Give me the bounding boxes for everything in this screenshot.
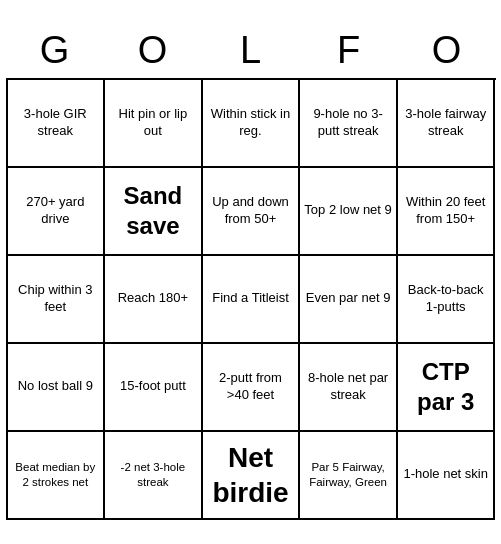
cell-r4-c2: Net birdie	[203, 432, 301, 520]
title-letter-o2: O	[402, 29, 492, 72]
cell-r1-c3: Top 2 low net 9	[300, 168, 398, 256]
cell-r2-c4: Back-to-back 1-putts	[398, 256, 496, 344]
cell-r0-c2: Within stick in reg.	[203, 80, 301, 168]
cell-r0-c3: 9-hole no 3-putt streak	[300, 80, 398, 168]
cell-r2-c3: Even par net 9	[300, 256, 398, 344]
cell-r0-c1: Hit pin or lip out	[105, 80, 203, 168]
bingo-title: G O L F O	[6, 25, 496, 78]
cell-r4-c4: 1-hole net skin	[398, 432, 496, 520]
cell-r1-c4: Within 20 feet from 150+	[398, 168, 496, 256]
cell-r4-c1: -2 net 3-hole streak	[105, 432, 203, 520]
bingo-card: G O L F O 3-hole GIR streakHit pin or li…	[6, 25, 496, 520]
cell-r3-c2: 2-putt from >40 feet	[203, 344, 301, 432]
title-letter-o1: O	[108, 29, 198, 72]
title-letter-f: F	[304, 29, 394, 72]
cell-r2-c1: Reach 180+	[105, 256, 203, 344]
title-letter-g: G	[10, 29, 100, 72]
cell-r1-c0: 270+ yard drive	[8, 168, 106, 256]
cell-r4-c0: Beat median by 2 strokes net	[8, 432, 106, 520]
cell-r3-c4: CTP par 3	[398, 344, 496, 432]
cell-r1-c1: Sand save	[105, 168, 203, 256]
cell-r2-c2: Find a Titleist	[203, 256, 301, 344]
bingo-grid: 3-hole GIR streakHit pin or lip outWithi…	[6, 78, 496, 520]
cell-r0-c4: 3-hole fairway streak	[398, 80, 496, 168]
cell-r3-c0: No lost ball 9	[8, 344, 106, 432]
cell-r0-c0: 3-hole GIR streak	[8, 80, 106, 168]
title-letter-l: L	[206, 29, 296, 72]
cell-r3-c1: 15-foot putt	[105, 344, 203, 432]
cell-r3-c3: 8-hole net par streak	[300, 344, 398, 432]
cell-r2-c0: Chip within 3 feet	[8, 256, 106, 344]
cell-r1-c2: Up and down from 50+	[203, 168, 301, 256]
cell-r4-c3: Par 5 Fairway, Fairway, Green	[300, 432, 398, 520]
